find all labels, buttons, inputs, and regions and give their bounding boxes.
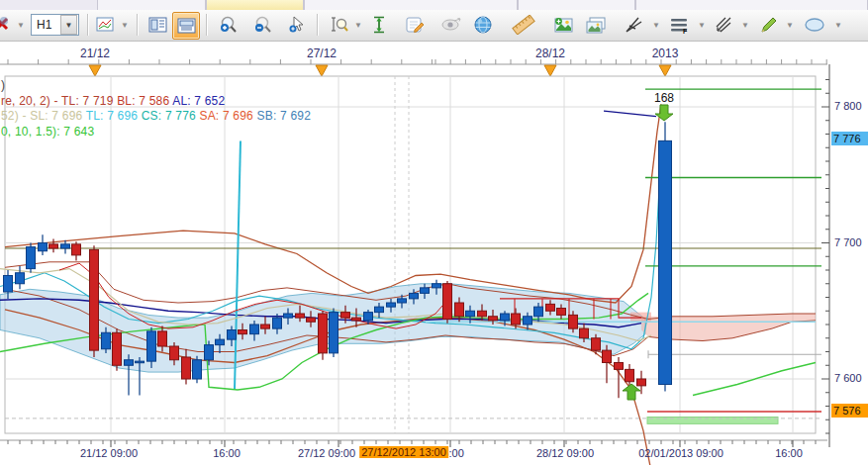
gridlines xyxy=(5,76,816,433)
candle-up xyxy=(125,360,134,366)
candle-up xyxy=(205,345,214,360)
candle-up xyxy=(524,317,532,325)
ruler-date-label: 2013 xyxy=(652,46,679,60)
legend-line: 52) - SL: 7 696 TL: 7 696 CS: 7 776 SA: … xyxy=(1,109,311,123)
candle-down xyxy=(443,284,452,320)
candle-down xyxy=(352,318,361,321)
legend-segment: re, 20, 2) - xyxy=(1,94,61,108)
time-axis-label: 21/12 09:00 xyxy=(80,447,138,459)
candle-down xyxy=(113,332,122,365)
candle-down xyxy=(546,304,555,311)
candle-up xyxy=(410,293,419,299)
time-axis-label: 16:00 xyxy=(213,447,241,459)
candle-up xyxy=(16,273,25,284)
candle-up xyxy=(466,311,475,317)
candle-up xyxy=(375,307,384,313)
legend-segment: ) xyxy=(1,78,5,92)
date-marker-triangle[interactable] xyxy=(316,65,328,76)
candle-down xyxy=(615,363,624,370)
candle-up xyxy=(330,313,338,353)
date-marker-triangle[interactable] xyxy=(544,65,556,76)
candle-down xyxy=(569,315,578,328)
time-axis-label: 16:00 xyxy=(775,447,803,459)
candle-up xyxy=(659,140,672,384)
legend-segment: TL: 7 696 xyxy=(82,109,138,123)
price-badge: 7 576 xyxy=(831,404,868,418)
candle-up xyxy=(421,288,430,294)
ruler-date-label: 27/12 xyxy=(307,46,337,60)
candle-up xyxy=(147,331,156,361)
candle-up xyxy=(61,244,70,248)
legend-segment: AL: 7 652 xyxy=(169,94,225,108)
time-axis-label: 28/12 09:00 xyxy=(536,447,594,459)
candle-down xyxy=(307,318,316,322)
date-marker-triangle[interactable] xyxy=(659,65,671,76)
price-axis-label: 7 800 xyxy=(834,100,862,112)
chart-canvas[interactable]: 168 xyxy=(0,0,868,465)
time-axis-label: 02/01/2013 09:00 xyxy=(638,447,723,459)
candle-down xyxy=(455,303,464,317)
candle-up xyxy=(193,360,202,379)
legend-segment: 0, 10, 1.5): 7 643 xyxy=(1,125,94,139)
legend-segment: TL: 7 719 xyxy=(61,94,114,108)
candle-up xyxy=(501,314,510,321)
candle-down xyxy=(239,330,247,334)
ruler-date-label: 28/12 xyxy=(535,46,565,60)
candle-up xyxy=(273,318,282,328)
candle-up xyxy=(364,313,373,321)
candle-up xyxy=(4,276,13,293)
candle-down xyxy=(319,314,328,353)
price-axis-label: 7 700 xyxy=(834,236,862,248)
candle-down xyxy=(296,314,305,318)
candle-down xyxy=(72,244,81,255)
candle-down xyxy=(49,244,58,248)
candle-down xyxy=(341,313,350,319)
candle-down xyxy=(626,369,634,381)
legend-segment: SB: 7 692 xyxy=(253,109,311,123)
candle-down xyxy=(557,309,566,316)
price-axis-label: 7 600 xyxy=(834,372,862,384)
date-marker-triangle[interactable] xyxy=(89,65,101,76)
legend-line: re, 20, 2) - TL: 7 719 BL: 7 586 AL: 7 6… xyxy=(1,94,225,108)
candle-up xyxy=(250,325,259,334)
candle-down xyxy=(512,314,521,325)
cursor-date-badge: 27/12/2012 13:00 xyxy=(359,446,448,458)
profit-value-label: 168 xyxy=(654,91,674,105)
candle-down xyxy=(261,325,270,328)
candle-up xyxy=(284,314,293,318)
candle-down xyxy=(637,379,646,386)
candle-up xyxy=(27,247,36,269)
legend-line: ) xyxy=(1,78,5,92)
legend-segment: SA: 7 696 xyxy=(196,109,253,123)
candle-up xyxy=(534,307,543,317)
candle-up xyxy=(433,284,441,288)
legend-line: 0, 10, 1.5): 7 643 xyxy=(1,125,94,139)
candle-down xyxy=(580,328,589,338)
candle-down xyxy=(90,249,99,350)
buy-signal-arrow xyxy=(623,384,640,400)
candle-up xyxy=(39,243,48,251)
ruler-date-label: 21/12 xyxy=(80,46,110,60)
candle-up xyxy=(387,303,396,307)
ma-navy-top xyxy=(604,111,656,117)
candle-down xyxy=(478,311,487,317)
legend-segment: 52) - SL: 7 696 xyxy=(1,109,82,123)
candle-down xyxy=(592,338,601,350)
candle-down xyxy=(170,346,179,360)
candle-up xyxy=(216,339,225,345)
price-badge: 7 776 xyxy=(831,132,868,145)
date-ruler-marks xyxy=(0,59,827,76)
candle-up xyxy=(228,330,237,340)
candle-up xyxy=(136,361,145,363)
candle-down xyxy=(182,357,191,379)
candle-up xyxy=(398,299,407,303)
candle-down xyxy=(158,331,167,346)
candle-down xyxy=(489,317,498,321)
legend-segment: BL: 7 586 xyxy=(114,94,170,108)
time-axis-label: 27/12 09:00 xyxy=(298,447,355,459)
candle-up xyxy=(102,332,111,349)
envelope-upper xyxy=(5,104,661,303)
candle-down xyxy=(603,350,612,362)
legend-segment: CS: 7 776 xyxy=(138,109,196,123)
